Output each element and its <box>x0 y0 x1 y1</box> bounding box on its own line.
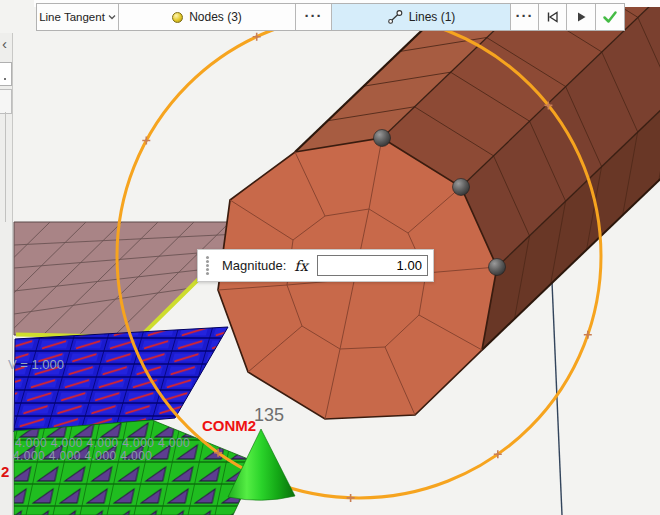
view-scale-label: V = 1.000 <box>8 357 64 372</box>
lines-entity-label: Lines (1) <box>409 10 456 24</box>
node-id-label: 135 <box>254 405 284 426</box>
nodes-entity-button[interactable]: Nodes (3) <box>119 4 296 30</box>
select-mode-dropdown[interactable]: Line Tangent <box>37 4 119 30</box>
skip-to-start-button[interactable] <box>539 4 567 30</box>
magnitude-input[interactable] <box>317 255 428 276</box>
node-sphere <box>489 259 506 276</box>
node-dot-icon <box>172 12 183 23</box>
lines-entity-button[interactable]: Lines (1) <box>332 4 511 30</box>
panel-splitter[interactable] <box>5 112 6 222</box>
mini-panel-dot <box>4 78 6 80</box>
load-value-digit: 2 <box>1 463 9 480</box>
cylinder-solid-mesh[interactable] <box>218 0 660 419</box>
play-button[interactable] <box>567 4 596 30</box>
collapse-left-icon[interactable]: ‹ <box>2 35 7 52</box>
plate-green-mesh[interactable] <box>14 420 258 515</box>
nodes-more-button[interactable]: ··· <box>296 4 332 30</box>
check-icon <box>601 8 619 26</box>
play-icon <box>572 8 590 26</box>
application-window: ‹ V = 1.000 4.000 4.000 4.000 4.000 4.00… <box>0 0 660 515</box>
node-sphere <box>374 130 391 147</box>
load-values-label: 4.000 4.000 4.000 4.000 4.000 <box>15 436 190 450</box>
chevron-down-icon <box>108 14 116 20</box>
node-sphere <box>453 179 470 196</box>
docked-mini-panel[interactable] <box>0 89 12 114</box>
accept-button[interactable] <box>596 4 624 30</box>
drag-handle[interactable] <box>206 264 209 267</box>
plate-blue-mesh[interactable] <box>14 327 228 432</box>
line-segment-icon <box>387 9 403 25</box>
conm2-element-label: CONM2 <box>202 417 256 434</box>
magnitude-panel[interactable]: Magnitude: fx <box>197 249 434 282</box>
magnitude-label: Magnitude: <box>222 258 286 273</box>
ellipsis-icon: ··· <box>305 7 323 24</box>
collapsed-panel-strip[interactable]: ‹ <box>0 33 13 515</box>
skip-to-start-icon <box>544 8 562 26</box>
docked-mini-panel[interactable] <box>0 62 12 86</box>
ellipsis-icon: ··· <box>516 7 534 24</box>
function-fx-icon[interactable]: fx <box>294 258 308 274</box>
selection-toolbar: Line Tangent Nodes (3) ··· Lines (1) ··· <box>36 3 625 31</box>
load-values-label: 4.000 4.000 4.000 4.000 <box>13 449 152 463</box>
select-mode-label: Line Tangent <box>39 11 105 23</box>
lines-more-button[interactable]: ··· <box>511 4 539 30</box>
nodes-entity-label: Nodes (3) <box>189 10 242 24</box>
